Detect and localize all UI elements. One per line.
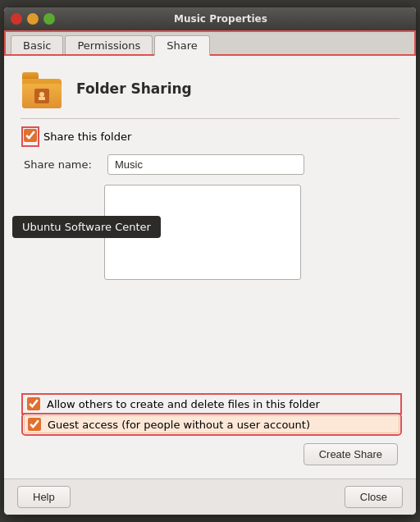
folder-icon bbox=[21, 69, 63, 108]
guest-access-checkbox[interactable] bbox=[28, 418, 41, 431]
help-button[interactable]: Help bbox=[17, 486, 71, 508]
share-panel-content: Folder Sharing Share this folder Share n… bbox=[4, 56, 416, 478]
share-this-folder-label[interactable]: Share this folder bbox=[43, 130, 131, 143]
usc-tooltip: Ubuntu Software Center bbox=[12, 216, 161, 238]
share-name-row: Share name: bbox=[24, 154, 399, 175]
tab-permissions[interactable]: Permissions bbox=[65, 35, 153, 55]
music-properties-window: Music Properties Basic Permissions Share bbox=[3, 7, 417, 515]
permissions-section: Allow others to create and delete files … bbox=[21, 396, 399, 433]
guest-access-label[interactable]: Guest access (for people without a user … bbox=[48, 419, 310, 431]
allow-others-row: Allow others to create and delete files … bbox=[24, 396, 399, 412]
allow-others-label[interactable]: Allow others to create and delete files … bbox=[47, 398, 320, 410]
guest-access-row: Guest access (for people without a user … bbox=[24, 415, 399, 433]
titlebar: Music Properties bbox=[4, 7, 416, 30]
share-this-folder-checkbox[interactable] bbox=[24, 129, 37, 142]
share-this-folder-row: Share this folder bbox=[24, 129, 399, 144]
bottom-bar: Help Close bbox=[4, 478, 416, 515]
tabs-bar: Basic Permissions Share bbox=[4, 30, 416, 56]
svg-point-0 bbox=[39, 92, 44, 97]
share-name-input[interactable] bbox=[107, 154, 304, 175]
minimize-window-button[interactable] bbox=[27, 13, 39, 25]
close-button[interactable]: Close bbox=[345, 486, 403, 508]
tab-share[interactable]: Share bbox=[154, 35, 210, 56]
window-title: Music Properties bbox=[60, 13, 381, 25]
close-window-button[interactable] bbox=[11, 13, 22, 25]
svg-rect-1 bbox=[39, 97, 45, 100]
tab-basic[interactable]: Basic bbox=[11, 35, 63, 55]
maximize-window-button[interactable] bbox=[43, 13, 55, 25]
folder-emblem bbox=[34, 89, 49, 103]
share-this-folder-checkbox-outline bbox=[24, 129, 37, 144]
create-share-row: Create Share bbox=[21, 443, 399, 465]
share-name-label: Share name: bbox=[24, 158, 98, 171]
folder-sharing-title: Folder Sharing bbox=[76, 80, 192, 97]
create-share-button[interactable]: Create Share bbox=[304, 443, 398, 465]
share-header: Folder Sharing bbox=[21, 69, 399, 119]
allow-others-checkbox[interactable] bbox=[27, 397, 40, 410]
